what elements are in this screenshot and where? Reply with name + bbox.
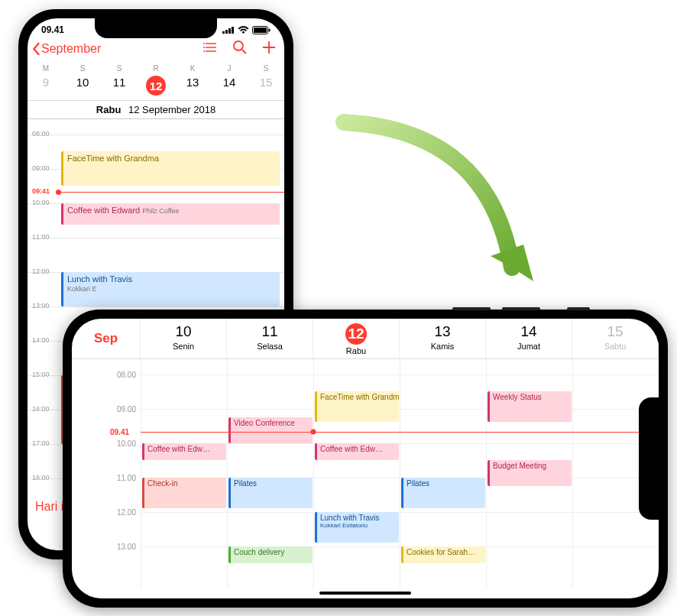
svg-point-10 <box>203 43 205 44</box>
day-number-today[interactable]: 12 <box>138 76 174 96</box>
event-pilates-tue[interactable]: Pilates <box>228 478 313 508</box>
hour-label: 16:00 <box>32 405 50 413</box>
week-column-header[interactable]: 14Jumat <box>486 319 572 358</box>
hour-label: 15:00 <box>32 371 50 378</box>
current-time-line <box>141 432 659 433</box>
week-column-header[interactable]: 15Sabtu <box>572 319 659 358</box>
week-column-header[interactable]: 11Selasa <box>227 319 313 358</box>
chevron-left-icon <box>31 42 41 56</box>
day-number[interactable]: 10 <box>64 76 101 96</box>
week-header-row: Sep 10Senin 11Selasa 12Rabu 13Kamis 14Ju… <box>72 319 659 359</box>
week-column-header-today[interactable]: 12Rabu <box>313 319 400 358</box>
day-number[interactable]: 11 <box>101 76 138 96</box>
phone-landscape-frame: Sep 10Senin 11Selasa 12Rabu 13Kamis 14Ju… <box>63 310 668 608</box>
event-lunch[interactable]: Lunch with TravisKokkari E <box>61 272 280 306</box>
event-facetime[interactable]: FaceTime with Grandma <box>61 151 280 186</box>
svg-point-13 <box>234 41 243 50</box>
event-budget-meeting[interactable]: Budget Meeting <box>488 460 572 486</box>
hour-label: 12:00 <box>32 267 50 275</box>
plus-icon <box>261 40 277 55</box>
week-col-tue: Video Conference Pilates Couch delivery <box>227 359 313 588</box>
current-time-dot <box>56 190 61 195</box>
weekday-abbr: K <box>174 64 211 73</box>
current-time-label: 09.41 <box>110 428 129 436</box>
event-coffee-wed[interactable]: Coffee with Edw… <box>315 443 399 460</box>
hour-label: 08.00 <box>117 371 136 379</box>
day-number-row: 9 10 11 12 13 14 15 <box>28 73 284 101</box>
week-agenda-grid[interactable]: 08.00 09.00 10.00 11.00 12.00 13.00 09.4… <box>72 359 659 588</box>
svg-point-12 <box>203 50 205 52</box>
landscape-screen: Sep 10Senin 11Selasa 12Rabu 13Kamis 14Ju… <box>72 319 659 598</box>
svg-rect-2 <box>228 28 231 34</box>
day-number[interactable]: 15 <box>248 76 284 96</box>
event-lunch-travis[interactable]: Lunch with TravisKokkari Estiatorio <box>315 512 399 543</box>
hour-label: 09.00 <box>117 405 136 413</box>
day-number[interactable]: 13 <box>174 76 211 96</box>
notch <box>639 397 659 520</box>
hour-label: 13.00 <box>117 543 136 551</box>
side-button <box>567 307 590 310</box>
rotation-arrow-icon <box>290 107 565 336</box>
notch <box>95 18 217 38</box>
weekday-abbr: M <box>28 64 64 73</box>
hour-label: 08:00 <box>32 130 50 138</box>
weekday-abbr: R <box>138 64 174 73</box>
weekday-abbr: S <box>101 64 138 73</box>
hour-label: 14:00 <box>32 336 50 344</box>
week-col-wed: FaceTime with Grandma Coffee with Edw… L… <box>313 359 400 588</box>
event-checkin[interactable]: Check-in <box>142 478 226 508</box>
weekday-header-row: M S S R K J S <box>28 61 284 73</box>
svg-rect-1 <box>225 30 228 34</box>
event-weekly-status[interactable]: Weekly Status <box>488 391 572 422</box>
status-time: 09.41 <box>41 24 64 35</box>
home-indicator[interactable] <box>319 592 411 595</box>
side-button <box>452 307 491 310</box>
svg-point-11 <box>203 47 205 48</box>
week-col-fri: Weekly Status Budget Meeting <box>486 359 572 588</box>
day-number[interactable]: 14 <box>211 76 248 96</box>
search-button[interactable] <box>232 40 248 58</box>
svg-rect-3 <box>232 27 234 34</box>
weekday-abbr: S <box>64 64 101 73</box>
hour-label: 10.00 <box>117 439 136 448</box>
event-coffee-mon[interactable]: Coffee with Edw… <box>142 443 226 460</box>
week-column-header[interactable]: 10Senin <box>141 319 227 358</box>
svg-rect-5 <box>254 28 267 33</box>
back-button[interactable]: September <box>31 42 101 56</box>
cellular-signal-icon <box>222 26 235 34</box>
hour-label: 09:00 <box>32 164 50 172</box>
selected-date-heading: Rabu 12 September 2018 <box>28 101 284 119</box>
week-time-gutter: 08.00 09.00 10.00 11.00 12.00 13.00 <box>72 359 141 588</box>
event-video-conference[interactable]: Video Conference <box>228 417 313 443</box>
back-label: September <box>41 42 101 56</box>
current-time-dot <box>311 430 316 435</box>
wifi-icon <box>238 26 249 34</box>
svg-rect-0 <box>222 31 225 34</box>
event-couch-delivery[interactable]: Couch delivery <box>228 546 313 563</box>
battery-icon <box>252 26 270 34</box>
current-time-label: 09:41 <box>32 187 50 195</box>
day-number[interactable]: 9 <box>28 76 64 96</box>
hour-label: 11.00 <box>117 474 136 482</box>
weekday-abbr: J <box>211 64 248 73</box>
hour-label: 13:00 <box>32 302 50 310</box>
search-icon <box>232 40 248 55</box>
hour-label: 12.00 <box>117 508 136 517</box>
list-view-button[interactable] <box>203 40 219 58</box>
svg-rect-6 <box>269 28 270 31</box>
event-facetime[interactable]: FaceTime with Grandma <box>315 391 399 422</box>
nav-bar: September <box>28 37 284 61</box>
hour-label: 10:00 <box>32 199 50 206</box>
hour-label: 11:00 <box>32 233 50 241</box>
event-coffee[interactable]: Coffee with Edward Philz Coffee <box>61 203 280 225</box>
side-button <box>502 307 540 310</box>
week-column-header[interactable]: 13Kamis <box>400 319 486 358</box>
add-event-button[interactable] <box>261 40 277 58</box>
current-time-line <box>58 192 284 193</box>
month-abbr-button[interactable]: Sep <box>72 319 141 358</box>
svg-line-14 <box>242 50 246 53</box>
hour-label: 17:00 <box>32 439 50 447</box>
event-cookies[interactable]: Cookies for Sarah… <box>401 546 485 563</box>
week-col-thu: Pilates Cookies for Sarah… <box>400 359 486 588</box>
event-pilates-thu[interactable]: Pilates <box>401 478 485 508</box>
